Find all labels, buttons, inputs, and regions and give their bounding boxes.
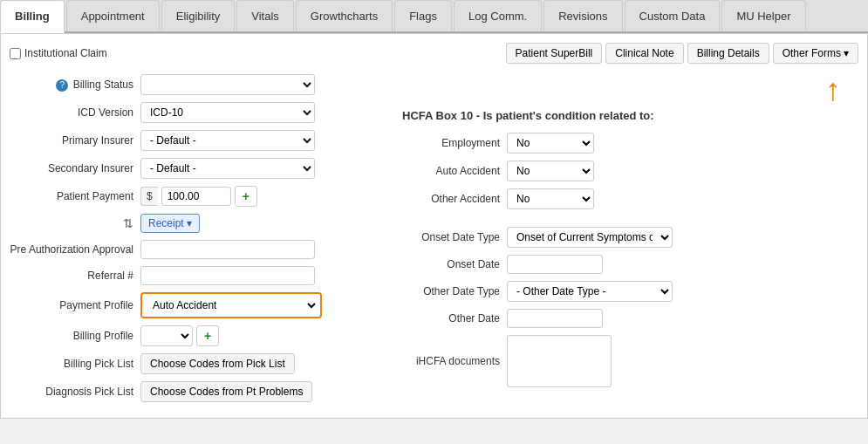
other-date-type-select[interactable]: - Other Date Type - Other 1 xyxy=(507,281,673,302)
auto-accident-row: Auto Accident No Yes xyxy=(402,161,858,181)
ihcfa-label: iHCFA documents xyxy=(402,355,507,367)
other-date-type-row: Other Date Type - Other Date Type - Othe… xyxy=(402,281,858,302)
tab-growthcharts[interactable]: Growthcharts xyxy=(296,0,393,31)
billing-pick-list-label: Billing Pick List xyxy=(10,358,140,370)
diagnosis-pick-list-row: Diagnosis Pick List Choose Codes from Pt… xyxy=(10,381,385,402)
receipt-row: ⇅ Receipt ▾ xyxy=(10,214,385,233)
receipt-dropdown-icon: ▾ xyxy=(187,217,192,229)
add-payment-button[interactable]: + xyxy=(235,186,257,207)
patient-payment-label: Patient Payment xyxy=(10,190,140,202)
billing-pick-list-row: Billing Pick List Choose Codes from Pick… xyxy=(10,353,385,374)
top-bar: Institutional Claim Patient SuperBill Cl… xyxy=(10,43,858,64)
other-accident-row: Other Accident No Yes xyxy=(402,188,858,209)
billing-pick-list-button[interactable]: Choose Codes from Pick List xyxy=(140,353,295,374)
content-grid: ? Billing Status ICD Version ICD-10 ICD-… xyxy=(10,74,858,409)
other-date-input[interactable] xyxy=(507,309,603,328)
billing-status-label: ? Billing Status xyxy=(10,79,140,92)
secondary-insurer-label: Secondary Insurer xyxy=(10,162,140,174)
tab-eligibility[interactable]: Eligibility xyxy=(161,0,236,31)
employment-row: Employment No Yes xyxy=(402,133,858,154)
primary-insurer-label: Primary Insurer xyxy=(10,134,140,147)
payment-profile-row: Payment Profile Auto Accident -- Select … xyxy=(10,292,385,318)
other-date-label: Other Date xyxy=(402,312,507,324)
onset-date-label: Onset Date xyxy=(402,258,507,270)
up-arrow-icon: ↑ xyxy=(825,74,841,106)
billing-profile-label: Billing Profile xyxy=(10,330,140,342)
diagnosis-pick-list-label: Diagnosis Pick List xyxy=(10,386,140,398)
onset-date-input[interactable] xyxy=(507,255,603,274)
auto-accident-select[interactable]: No Yes xyxy=(507,161,594,181)
institutional-claim-label: Institutional Claim xyxy=(24,47,107,59)
other-forms-button[interactable]: Other Forms ▾ xyxy=(773,43,858,64)
employment-select[interactable]: No Yes xyxy=(507,133,594,154)
tab-custom-data[interactable]: Custom Data xyxy=(625,0,721,31)
billing-status-select[interactable] xyxy=(140,74,315,95)
tab-revisions[interactable]: Revisions xyxy=(543,0,622,31)
onset-date-row: Onset Date xyxy=(402,255,858,274)
billing-profile-select[interactable] xyxy=(140,325,193,346)
pre-auth-input[interactable] xyxy=(140,240,315,259)
secondary-insurer-select[interactable]: - Default - xyxy=(140,158,315,179)
payment-profile-select[interactable]: Auto Accident -- Select -- xyxy=(144,296,318,315)
other-accident-label: Other Accident xyxy=(402,193,507,205)
other-forms-dropdown-icon: ▾ xyxy=(844,47,849,59)
left-panel: ? Billing Status ICD Version ICD-10 ICD-… xyxy=(10,74,385,409)
receipt-label: Receipt xyxy=(148,217,184,229)
icd-version-select[interactable]: ICD-10 ICD-9 xyxy=(140,102,315,123)
employment-label: Employment xyxy=(402,137,507,149)
transfer-icon-label: ⇅ xyxy=(10,216,140,230)
other-date-type-label: Other Date Type xyxy=(402,285,507,297)
onset-date-type-row: Onset Date Type Onset of Current Symptom… xyxy=(402,227,858,248)
patient-payment-input[interactable] xyxy=(161,187,231,206)
primary-insurer-select[interactable]: - Default - xyxy=(140,130,315,151)
auto-accident-label: Auto Accident xyxy=(402,165,507,177)
patient-payment-row: Patient Payment $ + xyxy=(10,186,385,207)
hcfa-title: HCFA Box 10 - Is patient's condition rel… xyxy=(402,109,858,122)
billing-profile-row: Billing Profile + xyxy=(10,325,385,346)
tab-log-comm[interactable]: Log Comm. xyxy=(454,0,542,31)
tab-billing[interactable]: Billing xyxy=(0,0,65,33)
receipt-button[interactable]: Receipt ▾ xyxy=(140,214,200,233)
add-billing-button[interactable]: + xyxy=(196,325,219,346)
other-forms-label: Other Forms xyxy=(783,47,841,59)
dollar-sign: $ xyxy=(140,187,158,206)
referral-input[interactable] xyxy=(140,266,315,285)
arrow-container: ↑ xyxy=(402,74,858,106)
ihcfa-row: iHCFA documents xyxy=(402,335,858,387)
icd-version-label: ICD Version xyxy=(10,106,140,119)
other-accident-select[interactable]: No Yes xyxy=(507,188,594,209)
icd-version-row: ICD Version ICD-10 ICD-9 xyxy=(10,102,385,123)
referral-label: Referral # xyxy=(10,270,140,282)
tab-vitals[interactable]: Vitals xyxy=(236,0,294,31)
primary-insurer-row: Primary Insurer - Default - xyxy=(10,130,385,151)
billing-status-row: ? Billing Status xyxy=(10,74,385,95)
tab-appointment[interactable]: Appointment xyxy=(66,0,160,31)
transfer-icon: ⇅ xyxy=(123,216,133,230)
institutional-claim-checkbox-label[interactable]: Institutional Claim xyxy=(10,47,107,59)
right-panel: ↑ HCFA Box 10 - Is patient's condition r… xyxy=(402,74,858,409)
tab-flags[interactable]: Flags xyxy=(394,0,452,31)
onset-date-type-select[interactable]: Onset of Current Symptoms o Other xyxy=(507,227,673,248)
referral-row: Referral # xyxy=(10,266,385,285)
clinical-note-button[interactable]: Clinical Note xyxy=(605,43,683,64)
pre-auth-row: Pre Authorization Approval xyxy=(10,240,385,259)
other-date-row: Other Date xyxy=(402,309,858,328)
billing-status-info-icon[interactable]: ? xyxy=(56,79,68,92)
patient-superbill-button[interactable]: Patient SuperBill xyxy=(506,43,603,64)
onset-date-type-label: Onset Date Type xyxy=(402,231,507,243)
payment-profile-label: Payment Profile xyxy=(10,299,140,311)
billing-details-button[interactable]: Billing Details xyxy=(687,43,769,64)
tab-mu-helper[interactable]: MU Helper xyxy=(721,0,805,31)
pre-auth-label: Pre Authorization Approval xyxy=(10,243,140,256)
ihcfa-textarea[interactable] xyxy=(507,335,612,387)
diagnosis-pick-list-button[interactable]: Choose Codes from Pt Problems xyxy=(140,381,312,402)
secondary-insurer-row: Secondary Insurer - Default - xyxy=(10,158,385,179)
institutional-claim-checkbox[interactable] xyxy=(10,48,21,59)
